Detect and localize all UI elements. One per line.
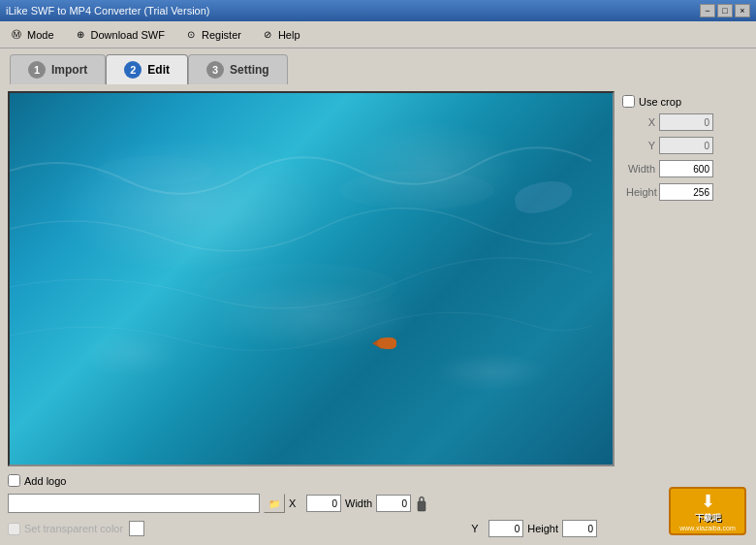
add-logo-checkbox[interactable] [8,474,20,487]
logo-y-input[interactable] [488,520,523,537]
top-toolbar: Ⓜ Mode ⊕ Download SWF ⊙ Register ⊘ Help [0,21,756,48]
help-icon: ⊘ [261,28,274,42]
help-label: Help [278,29,300,41]
crop-y-row: Y [626,137,748,154]
logo-height-input[interactable] [562,520,597,537]
crop-y-input[interactable] [659,137,713,154]
window-controls: − □ × [700,4,750,17]
browse-icon: 📁 [268,498,280,509]
logo-height-label: Height [527,523,558,534]
watermark-icon: ⬇ [701,491,715,512]
tab-setting[interactable]: 3 Setting [188,54,288,84]
crop-x-input[interactable] [659,113,713,131]
transparent-color-box[interactable] [129,521,144,536]
logo-width-label: Width [345,497,372,509]
tab-edit-label: Edit [147,63,170,77]
register-menu-item[interactable]: ⊙ Register [184,28,241,42]
tab-import-label: Import [51,63,87,77]
tab-setting-number: 3 [206,61,224,79]
crop-width-row: Width [626,160,748,177]
use-crop-checkbox[interactable] [622,95,635,108]
svg-point-1 [97,156,213,185]
lock-icon [415,493,428,514]
main-window: Ⓜ Mode ⊕ Download SWF ⊙ Register ⊘ Help … [0,21,756,545]
crop-x-row: X [626,113,748,131]
download-menu-item[interactable]: ⊕ Download SWF [74,28,165,42]
logo-y-label: Y [471,523,485,534]
download-icon: ⊕ [74,28,87,42]
crop-height-label: Height [626,186,655,198]
ray-body [513,177,575,216]
transparent-checkbox-label[interactable]: Set transparent color [8,523,123,535]
ray-element [505,168,583,226]
content-area: Add logo 📁 X Width [0,83,756,545]
logo-path-input[interactable] [8,494,260,513]
use-crop-checkbox-label[interactable]: Use crop [622,95,681,108]
crop-header: Use crop [622,95,748,108]
crop-height-input[interactable] [659,183,713,201]
add-logo-checkbox-label[interactable]: Add logo [8,474,66,487]
mode-icon: Ⓜ [10,28,23,42]
use-crop-label-text: Use crop [639,96,681,108]
tabs-bar: 1 Import 2 Edit 3 Setting [0,48,756,83]
right-panel: Use crop X Y Width Height [622,91,748,537]
svg-rect-3 [418,501,425,511]
register-icon: ⊙ [184,28,198,42]
bottom-controls: Add logo 📁 X Width [8,474,614,537]
logo-width-coords: Width [345,495,411,512]
logo-x-label: X [289,497,302,509]
crop-width-label: Width [626,163,655,175]
help-menu-item[interactable]: ⊘ Help [261,28,300,42]
water-texture [10,93,613,465]
transparent-row: Set transparent color [8,521,144,536]
add-logo-row: Add logo [8,474,614,487]
logo-input-row: 📁 X Width [8,493,614,514]
crop-y-label: Y [626,140,655,151]
minimize-button[interactable]: − [700,4,715,17]
crop-height-row: Height [626,183,748,201]
title-bar: iLike SWF to MP4 Converter (Trial Versio… [0,0,756,21]
close-button[interactable]: × [735,4,750,17]
watermark: ⬇ 下载吧 www.xiazaiba.com [669,487,746,535]
crop-x-label: X [626,116,655,128]
watermark-bottom-text: www.xiazaiba.com [679,525,736,531]
title-text: iLike SWF to MP4 Converter (Trial Versio… [6,5,209,16]
mode-menu-item[interactable]: Ⓜ Mode [10,28,54,42]
mode-label: Mode [27,29,54,41]
logo-y-coords: Y [471,520,523,537]
transparent-label-text: Set transparent color [24,523,123,534]
logo-x-input[interactable] [306,495,341,512]
maximize-button[interactable]: □ [717,4,733,17]
logo-x-coords: X [289,495,341,512]
browse-button[interactable]: 📁 [264,494,285,513]
lock-area [415,493,428,514]
svg-point-2 [204,263,397,311]
register-label: Register [202,29,241,41]
creature-element [372,334,401,353]
video-container [8,91,614,466]
video-preview [10,93,613,465]
tab-import[interactable]: 1 Import [10,54,106,84]
add-logo-label-text: Add logo [24,475,66,487]
creature-body [377,337,396,349]
left-panel: Add logo 📁 X Width [8,91,614,537]
logo-width-input[interactable] [376,495,411,512]
tab-edit[interactable]: 2 Edit [106,54,188,84]
logo-y-row: Set transparent color Y Height [8,520,614,537]
logo-height-coords: Height [527,520,597,537]
tab-setting-label: Setting [230,63,269,77]
tab-import-number: 1 [28,61,46,79]
tab-edit-number: 2 [124,61,142,79]
download-label: Download SWF [91,29,165,41]
crop-width-input[interactable] [659,160,713,177]
svg-point-0 [339,171,494,209]
transparent-checkbox[interactable] [8,523,20,535]
watermark-top-text: 下载吧 [695,512,721,525]
